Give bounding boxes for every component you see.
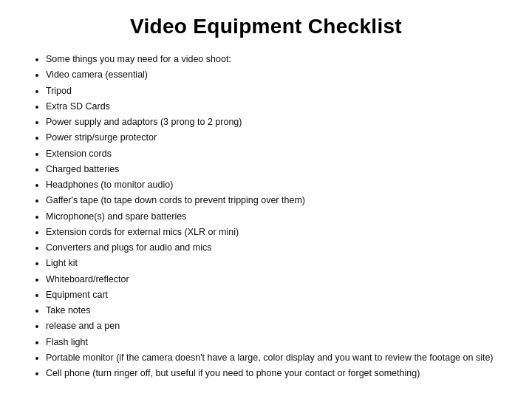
list-item: Headphones (to monitor audio) [46,177,502,193]
list-item: Portable monitor (if the camera doesn't … [46,350,502,366]
checklist-container: Some things you may need for a video sho… [30,52,502,384]
list-item: Whiteboard/reflector [46,272,502,287]
list-item: Equipment cart [46,287,502,303]
list-item: release and a pen [46,318,502,334]
list-item: Power supply and adaptors (3 prong to 2 … [46,115,502,130]
list-item: Charged batteries [46,162,502,177]
list-item: Extension cords [46,146,502,162]
page-title: Video Equipment Checklist [30,15,502,38]
list-item: Converters and plugs for audio and mics [46,240,502,256]
list-item: Flash light [46,335,502,350]
list-item: Take notes [46,303,502,318]
list-item: Extra SD Cards [46,99,502,115]
list-item: Cell phone (turn ringer off, but useful … [46,366,502,381]
list-item: Tripod [46,83,502,99]
list-item: Light kit [46,256,502,271]
page-container: Video Equipment Checklist Some things yo… [0,0,532,399]
checklist-list: Some things you may need for a video sho… [30,52,502,381]
list-item: Power strip/surge protector [46,130,502,146]
list-item: Gaffer's tape (to tape down cords to pre… [46,193,502,208]
list-item: Extension cords for external mics (XLR o… [46,225,502,240]
list-item: Microphone(s) and spare batteries [46,209,502,225]
list-item: Video camera (essential) [46,67,502,83]
list-item: Some things you may need for a video sho… [46,52,502,67]
